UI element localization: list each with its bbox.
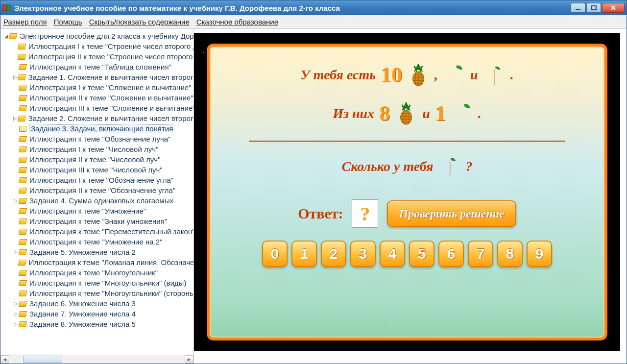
tree-item[interactable]: Иллюстрация к теме "Многоугольники" (вид… [1, 278, 193, 288]
menubar: Размер поля Помощь Скрыть/показать содер… [0, 15, 627, 29]
pineapple-icon [395, 102, 417, 125]
toc-sidebar: ◢Электронное пособие для 2 класса к учеб… [0, 29, 194, 364]
total-number: 10 [381, 62, 402, 87]
tree-item[interactable]: ▷Задание 1. Сложение и вычитание чисел в… [1, 72, 193, 82]
scroll-thumb[interactable] [23, 356, 62, 363]
tree-item[interactable]: Иллюстрация I к теме "Обозначение угла" [1, 175, 193, 185]
tree-item[interactable]: ▷Задание 5. Умножение числа 2 [1, 247, 193, 257]
dot: . [478, 106, 482, 121]
tree-item[interactable]: Иллюстрация к теме "Умножение на 2" [1, 237, 193, 247]
minimize-button[interactable] [571, 3, 585, 13]
horizontal-scrollbar[interactable]: ◄ ► [0, 355, 193, 364]
count-a: 8 [379, 101, 390, 126]
task-line-2: Из них 8 и 1 . [333, 101, 481, 126]
tree-item[interactable]: ▷Задание 7. Умножение числа 4 [1, 309, 193, 319]
count-b: 1 [435, 101, 446, 126]
scroll-left-button[interactable]: ◄ [0, 355, 9, 364]
tree-item[interactable]: Иллюстрация к теме "Таблица сложения" [1, 62, 193, 72]
question-text: Сколько у тебя [342, 159, 434, 174]
tree-root[interactable]: ◢Электронное пособие для 2 класса к учеб… [1, 31, 193, 41]
task-question: Сколько у тебя ? [342, 155, 473, 178]
tree-item[interactable]: Иллюстрация к теме "Многоугольники" (сто… [1, 288, 193, 298]
toc-tree[interactable]: ◢Электронное пособие для 2 класса к учеб… [0, 29, 193, 355]
tree-item[interactable]: Иллюстрация к теме "Умножение" [1, 206, 193, 216]
divider [249, 141, 565, 142]
tree-item[interactable]: Иллюстрация к теме "Переместительный зак… [1, 226, 193, 237]
pineapple-icon [407, 64, 430, 86]
tree-item[interactable]: Иллюстрация I к теме "Строение чисел вто… [1, 41, 193, 51]
digit-3[interactable]: 3 [350, 241, 376, 267]
window-titlebar: Электронное учебное пособие по математик… [0, 0, 627, 15]
svg-rect-4 [576, 9, 580, 10]
peach-icon [483, 64, 506, 86]
digit-7[interactable]: 7 [468, 241, 493, 267]
scroll-track[interactable] [9, 355, 185, 364]
digit-pad: 0123456789 [262, 241, 552, 267]
menu-help[interactable]: Помощь [54, 18, 82, 26]
tree-item[interactable]: Иллюстрация II к теме "Строение чисел вт… [1, 51, 193, 62]
tree-item[interactable]: Задание 3. Задачи, включающие понятия [1, 123, 193, 134]
tree-item[interactable]: Иллюстрация к теме "Обозначение луча" [1, 134, 193, 144]
orange-icon [443, 64, 465, 86]
scroll-right-button[interactable]: ► [185, 355, 193, 364]
tree-item[interactable]: Иллюстрация I к теме "Сложение и вычитан… [1, 82, 193, 93]
svg-rect-3 [7, 5, 10, 11]
digit-9[interactable]: 9 [527, 241, 552, 267]
answer-row: Ответ: ? Проверить решение [298, 199, 516, 228]
check-button[interactable]: Проверить решение [387, 200, 516, 227]
task-line-1: У тебя есть 10 , и . [300, 62, 513, 87]
tree-item[interactable]: Иллюстрация II к теме "Обозначение угла" [1, 185, 193, 195]
tree-item[interactable]: Иллюстрация I к теме "Числовой луч" [1, 144, 193, 154]
dot: . [510, 67, 514, 83]
tree-item[interactable]: Иллюстрация III к теме "Числовой луч" [1, 165, 193, 175]
comma: , [434, 67, 438, 83]
answer-label: Ответ: [298, 205, 343, 222]
tree-item[interactable]: ▷Задание 4. Сумма одинаковых слагаемых [1, 195, 193, 206]
stage-frame: У тебя есть 10 , и . Из них 8 и [194, 33, 620, 351]
answer-input[interactable]: ? [352, 199, 378, 228]
svg-rect-2 [3, 5, 6, 11]
peach-icon [438, 155, 461, 178]
digit-0[interactable]: 0 [262, 241, 288, 267]
tree-item[interactable]: ▷Задание 6. Умножение числа 3 [1, 298, 193, 309]
line2-prefix: Из них [333, 106, 374, 121]
digit-2[interactable]: 2 [321, 241, 346, 267]
digit-1[interactable]: 1 [291, 241, 317, 267]
tree-item[interactable]: ▷Задание 2. Сложение и вычитание чисел в… [1, 113, 193, 123]
maximize-button[interactable] [586, 3, 601, 13]
digit-4[interactable]: 4 [380, 241, 405, 267]
content-area: У тебя есть 10 , и . Из них 8 и [194, 29, 627, 364]
tree-item[interactable]: Иллюстрация II к теме "Сложение и вычита… [1, 93, 193, 103]
digit-5[interactable]: 5 [409, 241, 434, 267]
tree-item[interactable]: ▷Задание 8. Умножение числа 5 [1, 319, 193, 329]
orange-icon [451, 102, 473, 125]
task-stage: У тебя есть 10 , и . Из них 8 и [207, 44, 607, 340]
tree-item[interactable]: Иллюстрация к теме "Ломаная линия. Обозн… [1, 257, 193, 267]
tree-item[interactable]: Иллюстрация III к теме "Сложение и вычит… [1, 103, 193, 113]
window-title: Электронное учебное пособие по математик… [14, 4, 571, 12]
svg-rect-5 [591, 6, 596, 10]
menu-fairy-edu[interactable]: Сказочное образование [196, 18, 278, 26]
question-mark: ? [466, 159, 473, 174]
tree-item[interactable]: Иллюстрация II к теме "Числовой луч" [1, 154, 193, 165]
digit-6[interactable]: 6 [438, 241, 464, 267]
tree-item[interactable]: Иллюстрация к теме "Многоугольник" [1, 267, 193, 278]
digit-8[interactable]: 8 [497, 241, 523, 267]
menu-field-size[interactable]: Размер поля [3, 18, 47, 26]
and-word: и [470, 67, 478, 83]
menu-toggle-toc[interactable]: Скрыть/показать содержание [89, 18, 190, 26]
line1-prefix: У тебя есть [300, 67, 376, 83]
and-word: и [422, 106, 430, 121]
app-icon [2, 3, 11, 12]
tree-item[interactable]: Иллюстрация к теме "Знаки умножения" [1, 216, 193, 226]
close-button[interactable] [602, 3, 625, 13]
